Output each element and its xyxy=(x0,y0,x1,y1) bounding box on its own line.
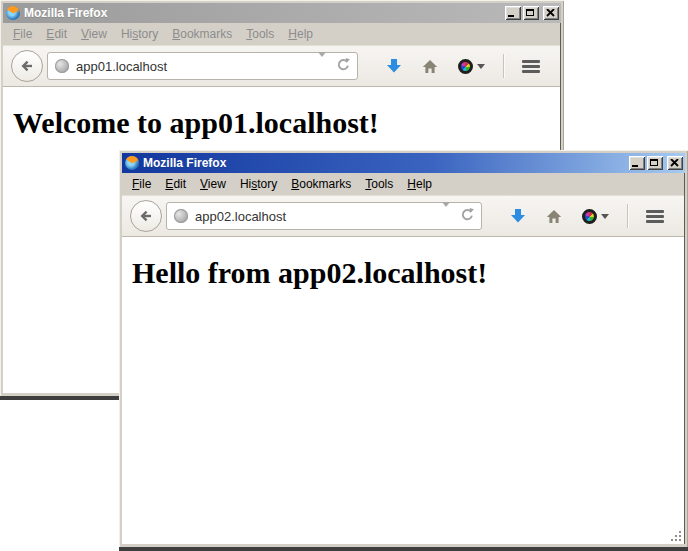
menubar: FileEditViewHistoryBookmarksToolsHelp xyxy=(122,173,684,195)
caret-down-icon xyxy=(477,64,485,73)
home-button[interactable] xyxy=(422,59,438,74)
page-content: Hello from app02.localhost! xyxy=(122,237,684,544)
minimize-button[interactable] xyxy=(505,6,521,20)
toolbar-icons xyxy=(500,204,674,228)
menu-tools[interactable]: Tools xyxy=(358,174,400,194)
window-body: FileEditViewHistoryBookmarksToolsHelp ap… xyxy=(122,173,685,544)
urlbar-controls xyxy=(442,207,474,226)
reload-button[interactable] xyxy=(335,57,350,76)
hamburger-icon xyxy=(522,60,540,73)
profile-button[interactable] xyxy=(458,59,485,74)
maximize-button[interactable] xyxy=(647,156,663,170)
caret-down-icon xyxy=(442,202,450,228)
globe-icon xyxy=(174,209,188,223)
menu-edit[interactable]: Edit xyxy=(39,24,74,44)
navigation-toolbar: app02.localhost xyxy=(122,195,684,237)
close-button[interactable] xyxy=(543,6,559,20)
color-wheel-icon xyxy=(582,209,597,224)
menu-file[interactable]: File xyxy=(6,24,39,44)
reload-button[interactable] xyxy=(459,207,474,226)
minimize-button[interactable] xyxy=(629,156,645,170)
titlebar-buttons xyxy=(629,156,683,170)
home-icon xyxy=(422,59,438,74)
titlebar-buttons xyxy=(505,6,559,20)
toolbar-separator xyxy=(503,54,504,78)
window-title: Mozilla Firefox xyxy=(24,6,501,20)
navigation-toolbar: app01.localhost xyxy=(3,45,560,87)
menubar: FileEditViewHistoryBookmarksToolsHelp xyxy=(3,23,560,45)
titlebar[interactable]: Mozilla Firefox xyxy=(3,3,561,23)
browser-window-app02: Mozilla Firefox FileEditViewHistoryBookm… xyxy=(119,150,688,551)
url-bar[interactable]: app02.localhost xyxy=(166,202,482,230)
menu-button[interactable] xyxy=(646,210,664,223)
menu-bookmarks[interactable]: Bookmarks xyxy=(284,174,358,194)
maximize-icon xyxy=(526,9,534,16)
menu-bookmarks[interactable]: Bookmarks xyxy=(165,24,239,44)
download-button[interactable] xyxy=(510,208,526,224)
back-icon xyxy=(138,208,154,224)
close-button[interactable] xyxy=(667,156,683,170)
home-button[interactable] xyxy=(546,209,562,224)
menu-file[interactable]: File xyxy=(125,174,158,194)
menu-edit[interactable]: Edit xyxy=(158,174,193,194)
maximize-icon xyxy=(650,159,658,166)
url-text: app02.localhost xyxy=(195,209,435,224)
home-icon xyxy=(546,209,562,224)
menu-tools[interactable]: Tools xyxy=(239,24,281,44)
download-button[interactable] xyxy=(386,58,402,74)
menu-help[interactable]: Help xyxy=(281,24,320,44)
download-icon xyxy=(386,58,402,74)
url-text: app01.localhost xyxy=(76,59,311,74)
color-wheel-icon xyxy=(458,59,473,74)
close-icon xyxy=(670,159,679,167)
back-button[interactable] xyxy=(130,200,162,232)
desktop: Mozilla Firefox FileEditViewHistoryBookm… xyxy=(0,0,688,551)
back-button[interactable] xyxy=(11,50,43,82)
url-bar[interactable]: app01.localhost xyxy=(47,52,358,80)
menu-view[interactable]: View xyxy=(74,24,114,44)
minimize-icon xyxy=(508,15,514,17)
download-icon xyxy=(510,208,526,224)
firefox-icon[interactable] xyxy=(6,6,20,20)
menu-view[interactable]: View xyxy=(193,174,233,194)
reload-icon xyxy=(335,57,350,72)
urlbar-dropdown-button[interactable] xyxy=(318,57,326,75)
page-heading: Welcome to app01.localhost! xyxy=(13,106,560,140)
caret-down-icon xyxy=(318,52,326,78)
resize-grip[interactable] xyxy=(669,529,683,543)
back-icon xyxy=(19,58,35,74)
toolbar-icons xyxy=(376,54,550,78)
profile-button[interactable] xyxy=(582,209,609,224)
titlebar[interactable]: Mozilla Firefox xyxy=(122,153,685,173)
menu-history[interactable]: History xyxy=(233,174,284,194)
hamburger-icon xyxy=(646,210,664,223)
caret-down-icon xyxy=(601,214,609,223)
menu-button[interactable] xyxy=(522,60,540,73)
globe-icon xyxy=(55,59,69,73)
menu-help[interactable]: Help xyxy=(400,174,439,194)
reload-icon xyxy=(459,207,474,222)
maximize-button[interactable] xyxy=(523,6,539,20)
window-title: Mozilla Firefox xyxy=(143,156,625,170)
urlbar-dropdown-button[interactable] xyxy=(442,207,450,225)
close-icon xyxy=(546,9,555,17)
page-heading: Hello from app02.localhost! xyxy=(132,256,684,290)
firefox-icon[interactable] xyxy=(125,156,139,170)
urlbar-controls xyxy=(318,57,350,76)
menu-history[interactable]: History xyxy=(114,24,165,44)
toolbar-separator xyxy=(627,204,628,228)
minimize-icon xyxy=(632,165,638,167)
